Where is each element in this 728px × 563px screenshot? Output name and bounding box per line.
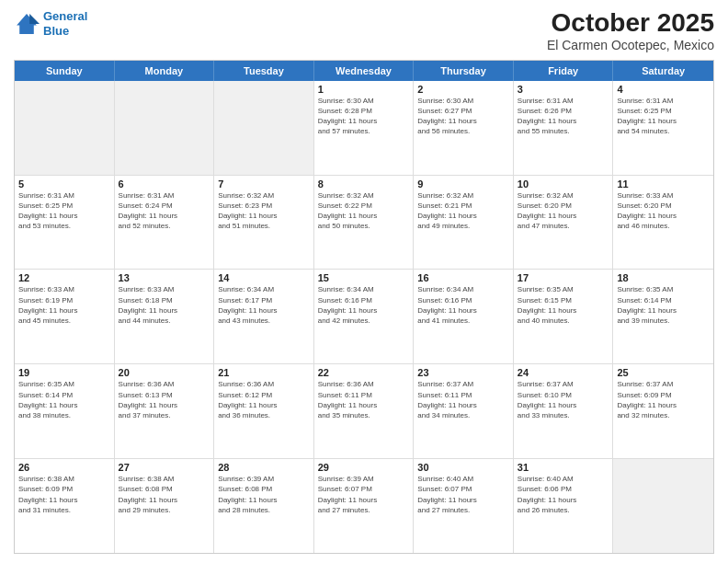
calendar-cell: 31Sunrise: 6:40 AM Sunset: 6:06 PM Dayli… <box>514 459 614 553</box>
day-number: 7 <box>218 178 310 190</box>
calendar-cell: 3Sunrise: 6:31 AM Sunset: 6:26 PM Daylig… <box>514 81 614 175</box>
day-header-friday: Friday <box>514 61 614 81</box>
title-block: October 2025 El Carmen Ocotepec, Mexico <box>547 9 714 52</box>
logo-line1: General <box>43 9 87 23</box>
day-content: Sunrise: 6:31 AM Sunset: 6:26 PM Dayligh… <box>518 96 609 137</box>
day-number: 19 <box>18 367 110 378</box>
day-content: Sunrise: 6:37 AM Sunset: 6:10 PM Dayligh… <box>518 379 609 420</box>
day-number: 10 <box>518 178 609 190</box>
day-content: Sunrise: 6:32 AM Sunset: 6:22 PM Dayligh… <box>318 190 410 232</box>
day-number: 24 <box>518 367 609 378</box>
calendar-row-2: 5Sunrise: 6:31 AM Sunset: 6:25 PM Daylig… <box>15 175 713 270</box>
day-content: Sunrise: 6:32 AM Sunset: 6:20 PM Dayligh… <box>518 190 609 232</box>
calendar-cell: 24Sunrise: 6:37 AM Sunset: 6:10 PM Dayli… <box>514 364 614 458</box>
calendar-cell: 1Sunrise: 6:30 AM Sunset: 6:28 PM Daylig… <box>314 81 415 175</box>
day-number: 22 <box>318 367 410 378</box>
day-header-sunday: Sunday <box>15 61 115 81</box>
calendar-cell: 5Sunrise: 6:31 AM Sunset: 6:25 PM Daylig… <box>15 176 115 270</box>
day-content: Sunrise: 6:33 AM Sunset: 6:19 PM Dayligh… <box>18 284 110 326</box>
day-content: Sunrise: 6:35 AM Sunset: 6:14 PM Dayligh… <box>617 284 710 326</box>
calendar-row-4: 19Sunrise: 6:35 AM Sunset: 6:14 PM Dayli… <box>15 363 713 458</box>
day-number: 2 <box>417 84 509 95</box>
day-number: 30 <box>417 462 509 473</box>
day-content: Sunrise: 6:40 AM Sunset: 6:07 PM Dayligh… <box>417 474 509 515</box>
calendar-cell: 15Sunrise: 6:34 AM Sunset: 6:16 PM Dayli… <box>314 270 415 363</box>
day-number: 3 <box>518 84 609 95</box>
day-number: 29 <box>318 462 410 473</box>
day-content: Sunrise: 6:34 AM Sunset: 6:16 PM Dayligh… <box>318 284 410 326</box>
day-header-monday: Monday <box>115 61 215 81</box>
calendar-cell: 26Sunrise: 6:38 AM Sunset: 6:09 PM Dayli… <box>15 459 115 553</box>
logo-text: General Blue <box>43 9 87 38</box>
day-number: 1 <box>318 84 410 95</box>
day-number: 20 <box>119 367 210 378</box>
day-content: Sunrise: 6:39 AM Sunset: 6:07 PM Dayligh… <box>318 474 410 515</box>
day-number: 5 <box>18 178 110 190</box>
calendar-cell: 2Sunrise: 6:30 AM Sunset: 6:27 PM Daylig… <box>414 81 514 175</box>
day-content: Sunrise: 6:38 AM Sunset: 6:09 PM Dayligh… <box>18 474 110 515</box>
svg-marker-1 <box>29 14 40 24</box>
day-number: 17 <box>518 272 609 283</box>
calendar-cell: 10Sunrise: 6:32 AM Sunset: 6:20 PM Dayli… <box>514 176 614 270</box>
day-header-tuesday: Tuesday <box>214 61 314 81</box>
day-content: Sunrise: 6:33 AM Sunset: 6:18 PM Dayligh… <box>119 284 210 326</box>
day-number: 8 <box>318 178 410 190</box>
day-number: 25 <box>617 367 710 378</box>
page: General Blue October 2025 El Carmen Ocot… <box>0 0 728 563</box>
calendar-cell: 14Sunrise: 6:34 AM Sunset: 6:17 PM Dayli… <box>214 270 314 363</box>
calendar-header: SundayMondayTuesdayWednesdayThursdayFrid… <box>15 61 713 81</box>
day-number: 31 <box>518 462 609 473</box>
day-content: Sunrise: 6:36 AM Sunset: 6:12 PM Dayligh… <box>218 379 310 420</box>
day-number: 9 <box>417 178 509 190</box>
day-content: Sunrise: 6:38 AM Sunset: 6:08 PM Dayligh… <box>119 474 210 515</box>
day-content: Sunrise: 6:40 AM Sunset: 6:06 PM Dayligh… <box>518 474 609 515</box>
day-number: 15 <box>318 272 410 283</box>
calendar-row-3: 12Sunrise: 6:33 AM Sunset: 6:19 PM Dayli… <box>15 269 713 363</box>
day-number: 6 <box>119 178 210 190</box>
day-content: Sunrise: 6:36 AM Sunset: 6:11 PM Dayligh… <box>318 379 410 420</box>
calendar-cell: 27Sunrise: 6:38 AM Sunset: 6:08 PM Dayli… <box>115 459 215 553</box>
calendar-cell: 7Sunrise: 6:32 AM Sunset: 6:23 PM Daylig… <box>214 176 314 270</box>
day-header-saturday: Saturday <box>613 61 713 81</box>
calendar-cell: 17Sunrise: 6:35 AM Sunset: 6:15 PM Dayli… <box>514 270 614 363</box>
calendar-row-5: 26Sunrise: 6:38 AM Sunset: 6:09 PM Dayli… <box>15 458 713 553</box>
calendar-cell: 23Sunrise: 6:37 AM Sunset: 6:11 PM Dayli… <box>414 364 514 458</box>
day-content: Sunrise: 6:31 AM Sunset: 6:25 PM Dayligh… <box>617 96 710 137</box>
day-content: Sunrise: 6:30 AM Sunset: 6:28 PM Dayligh… <box>318 96 410 137</box>
calendar-cell <box>613 459 713 553</box>
calendar-cell: 6Sunrise: 6:31 AM Sunset: 6:24 PM Daylig… <box>115 176 215 270</box>
day-content: Sunrise: 6:30 AM Sunset: 6:27 PM Dayligh… <box>417 96 509 137</box>
calendar-cell: 28Sunrise: 6:39 AM Sunset: 6:08 PM Dayli… <box>214 459 314 553</box>
day-number: 13 <box>119 272 210 283</box>
day-content: Sunrise: 6:36 AM Sunset: 6:13 PM Dayligh… <box>119 379 210 420</box>
calendar-cell: 11Sunrise: 6:33 AM Sunset: 6:20 PM Dayli… <box>613 176 713 270</box>
day-content: Sunrise: 6:34 AM Sunset: 6:16 PM Dayligh… <box>417 284 509 326</box>
calendar-cell: 9Sunrise: 6:32 AM Sunset: 6:21 PM Daylig… <box>414 176 514 270</box>
day-content: Sunrise: 6:32 AM Sunset: 6:21 PM Dayligh… <box>417 190 509 232</box>
day-content: Sunrise: 6:32 AM Sunset: 6:23 PM Dayligh… <box>218 190 310 232</box>
logo: General Blue <box>14 9 87 38</box>
day-number: 26 <box>18 462 110 473</box>
calendar-cell: 18Sunrise: 6:35 AM Sunset: 6:14 PM Dayli… <box>613 270 713 363</box>
day-number: 16 <box>417 272 509 283</box>
calendar-cell: 13Sunrise: 6:33 AM Sunset: 6:18 PM Dayli… <box>115 270 215 363</box>
calendar-cell: 20Sunrise: 6:36 AM Sunset: 6:13 PM Dayli… <box>115 364 215 458</box>
calendar-cell: 29Sunrise: 6:39 AM Sunset: 6:07 PM Dayli… <box>314 459 415 553</box>
calendar-cell: 16Sunrise: 6:34 AM Sunset: 6:16 PM Dayli… <box>414 270 514 363</box>
calendar-subtitle: El Carmen Ocotepec, Mexico <box>547 38 714 52</box>
day-number: 4 <box>617 84 710 95</box>
day-content: Sunrise: 6:37 AM Sunset: 6:11 PM Dayligh… <box>417 379 509 420</box>
day-content: Sunrise: 6:39 AM Sunset: 6:08 PM Dayligh… <box>218 474 310 515</box>
day-content: Sunrise: 6:35 AM Sunset: 6:15 PM Dayligh… <box>518 284 609 326</box>
calendar-row-1: 1Sunrise: 6:30 AM Sunset: 6:28 PM Daylig… <box>15 81 713 175</box>
day-number: 18 <box>617 272 710 283</box>
day-number: 28 <box>218 462 310 473</box>
logo-icon <box>14 11 40 37</box>
calendar-cell: 8Sunrise: 6:32 AM Sunset: 6:22 PM Daylig… <box>314 176 415 270</box>
calendar-cell: 25Sunrise: 6:37 AM Sunset: 6:09 PM Dayli… <box>613 364 713 458</box>
calendar-cell: 22Sunrise: 6:36 AM Sunset: 6:11 PM Dayli… <box>314 364 415 458</box>
logo-line2: Blue <box>43 24 69 38</box>
day-content: Sunrise: 6:33 AM Sunset: 6:20 PM Dayligh… <box>617 190 710 232</box>
calendar-cell <box>15 81 115 175</box>
calendar-cell: 4Sunrise: 6:31 AM Sunset: 6:25 PM Daylig… <box>613 81 713 175</box>
